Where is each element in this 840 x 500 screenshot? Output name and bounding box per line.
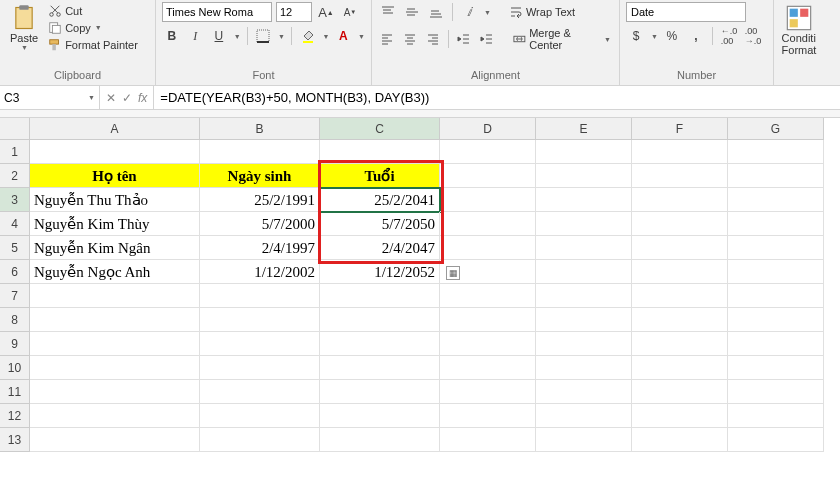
percent-button[interactable]: % — [662, 26, 682, 46]
number-format-select[interactable] — [626, 2, 746, 22]
cell[interactable] — [632, 164, 728, 188]
cell[interactable] — [200, 404, 320, 428]
align-middle-button[interactable] — [402, 2, 422, 22]
col-header-C[interactable]: C — [320, 118, 440, 140]
bold-button[interactable]: B — [162, 26, 182, 46]
cell-C3[interactable]: 25/2/2041 — [320, 188, 440, 212]
fill-color-button[interactable] — [298, 26, 318, 46]
cell[interactable] — [200, 428, 320, 452]
cell[interactable] — [320, 284, 440, 308]
cell[interactable] — [440, 332, 536, 356]
cell[interactable] — [320, 380, 440, 404]
paste-button[interactable]: Paste ▼ — [6, 2, 42, 53]
cell[interactable] — [536, 260, 632, 284]
cell[interactable] — [728, 404, 824, 428]
cell[interactable]: 5/7/2000 — [200, 212, 320, 236]
cell[interactable] — [632, 308, 728, 332]
cell[interactable] — [632, 332, 728, 356]
row-header-2[interactable]: 2 — [0, 164, 30, 188]
decrease-indent-button[interactable] — [455, 29, 474, 49]
align-right-button[interactable] — [423, 29, 442, 49]
cell[interactable] — [30, 140, 200, 164]
cell[interactable] — [632, 212, 728, 236]
cell[interactable] — [728, 428, 824, 452]
cell[interactable] — [440, 404, 536, 428]
font-name-input[interactable] — [162, 2, 272, 22]
col-header-D[interactable]: D — [440, 118, 536, 140]
cell[interactable] — [200, 332, 320, 356]
row-header-8[interactable]: 8 — [0, 308, 30, 332]
cell[interactable] — [536, 140, 632, 164]
cell[interactable] — [440, 428, 536, 452]
cell[interactable] — [30, 404, 200, 428]
cell[interactable] — [728, 140, 824, 164]
cell[interactable] — [200, 284, 320, 308]
align-center-button[interactable] — [401, 29, 420, 49]
cell[interactable] — [440, 140, 536, 164]
wrap-text-button[interactable]: Wrap Text — [507, 4, 577, 20]
decrease-font-button[interactable]: A▼ — [340, 2, 360, 22]
cell[interactable] — [200, 140, 320, 164]
font-size-input[interactable] — [276, 2, 312, 22]
cell[interactable]: 2/4/2047 — [320, 236, 440, 260]
cell[interactable] — [536, 284, 632, 308]
cell[interactable]: 5/7/2050 — [320, 212, 440, 236]
copy-button[interactable]: Copy▼ — [46, 20, 140, 36]
row-header-1[interactable]: 1 — [0, 140, 30, 164]
row-header-13[interactable]: 13 — [0, 428, 30, 452]
cell[interactable] — [728, 356, 824, 380]
col-header-E[interactable]: E — [536, 118, 632, 140]
decrease-decimal-button[interactable]: .00→.0 — [743, 26, 763, 46]
select-all-corner[interactable] — [0, 118, 30, 140]
cell[interactable] — [632, 140, 728, 164]
cell[interactable] — [200, 356, 320, 380]
cell[interactable] — [30, 428, 200, 452]
row-header-12[interactable]: 12 — [0, 404, 30, 428]
row-header-9[interactable]: 9 — [0, 332, 30, 356]
cell[interactable] — [632, 404, 728, 428]
cell[interactable]: 25/2/1991 — [200, 188, 320, 212]
cell[interactable] — [440, 284, 536, 308]
borders-button[interactable] — [254, 26, 274, 46]
cell[interactable]: Nguyễn Thu Thảo — [30, 188, 200, 212]
fx-button[interactable]: fx — [138, 91, 147, 105]
cell[interactable] — [632, 380, 728, 404]
cell[interactable] — [440, 356, 536, 380]
font-color-button[interactable]: A — [333, 26, 353, 46]
cell[interactable] — [728, 260, 824, 284]
cell[interactable] — [320, 356, 440, 380]
cell[interactable] — [536, 236, 632, 260]
cell[interactable] — [728, 236, 824, 260]
cell[interactable] — [536, 212, 632, 236]
align-bottom-button[interactable] — [426, 2, 446, 22]
cell[interactable] — [200, 308, 320, 332]
cell[interactable] — [536, 356, 632, 380]
currency-button[interactable]: $ — [626, 26, 646, 46]
cell[interactable]: 2/4/1997 — [200, 236, 320, 260]
row-header-3[interactable]: 3 — [0, 188, 30, 212]
cell[interactable] — [440, 380, 536, 404]
cell[interactable] — [728, 308, 824, 332]
cell[interactable] — [30, 332, 200, 356]
format-painter-button[interactable]: Format Painter — [46, 37, 140, 53]
cell[interactable] — [320, 428, 440, 452]
cell[interactable] — [200, 380, 320, 404]
merge-center-button[interactable]: Merge & Center▼ — [511, 26, 613, 52]
increase-font-button[interactable]: A▲ — [316, 2, 336, 22]
cell[interactable] — [320, 332, 440, 356]
cell[interactable] — [536, 404, 632, 428]
cell[interactable] — [320, 404, 440, 428]
row-header-5[interactable]: 5 — [0, 236, 30, 260]
align-left-button[interactable] — [378, 29, 397, 49]
col-header-A[interactable]: A — [30, 118, 200, 140]
italic-button[interactable]: I — [186, 26, 206, 46]
cell[interactable] — [440, 212, 536, 236]
cell[interactable] — [440, 188, 536, 212]
cell[interactable] — [632, 356, 728, 380]
cut-button[interactable]: Cut — [46, 3, 140, 19]
cell[interactable]: 1/12/2052 — [320, 260, 440, 284]
cell[interactable] — [728, 284, 824, 308]
row-header-7[interactable]: 7 — [0, 284, 30, 308]
cell[interactable] — [728, 380, 824, 404]
cell[interactable] — [440, 308, 536, 332]
